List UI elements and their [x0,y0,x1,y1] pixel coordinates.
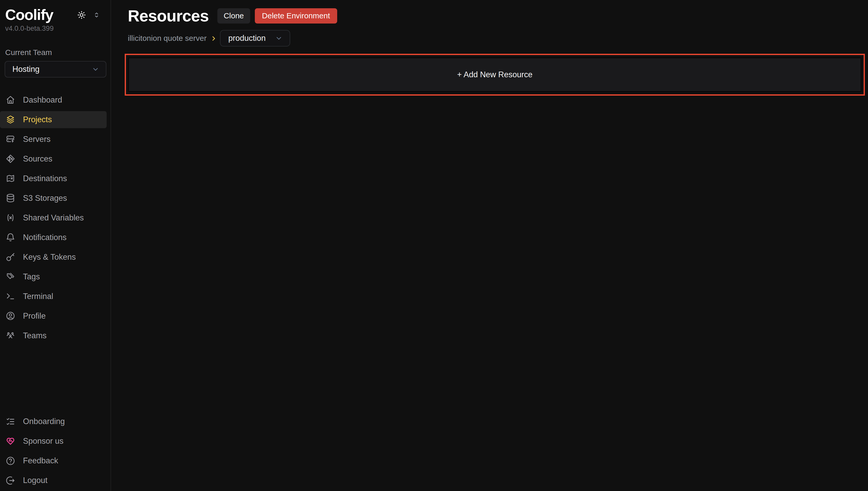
sidebar-item-label: Sources [23,154,53,164]
logo-row: Coolify [0,0,111,24]
highlight-outline: + Add New Resource [125,54,865,96]
terminal-icon [6,291,15,301]
sidebar-item-shared-variables[interactable]: Shared Variables [0,209,106,226]
sidebar-item-dashboard[interactable]: Dashboard [0,91,106,109]
sidebar-item-label: Onboarding [23,417,65,426]
sidebar-item-label: Destinations [23,174,67,183]
key-icon [6,252,15,262]
sidebar-item-label: Terminal [23,292,53,301]
breadcrumb-project-link[interactable]: illicitonion quote server [128,34,207,42]
tags-icon [6,272,15,282]
layers-icon [6,115,15,124]
map-icon [6,174,15,183]
sidebar-item-s3-storages[interactable]: S3 Storages [0,190,106,207]
sidebar-item-keys-tokens[interactable]: Keys & Tokens [0,249,106,266]
sidebar-item-label: Servers [23,135,51,144]
database-icon [6,193,15,203]
sidebar-item-teams[interactable]: Teams [0,327,106,344]
sidebar-item-sponsor-us[interactable]: Sponsor us [0,433,106,450]
git-icon [6,154,15,164]
sidebar-menu: DashboardProjectsServersSourcesDestinati… [0,91,111,344]
sidebar-footer-menu: OnboardingSponsor usFeedbackLogout [0,413,111,489]
bell-icon [6,233,15,242]
sidebar: Coolify v4.0.0-beta.399 Current Team Hos… [0,0,111,491]
team-select-value: Hosting [12,65,39,74]
page-header: Resources Clone Delete Environment [128,7,865,24]
sidebar-item-label: Shared Variables [23,213,84,223]
sidebar-item-profile[interactable]: Profile [0,308,106,324]
environment-select-value: production [228,34,266,43]
sidebar-item-label: Dashboard [23,95,62,105]
home-icon [6,95,15,105]
sidebar-item-label: Projects [23,115,52,124]
theme-sun-icon[interactable] [77,10,86,20]
sidebar-item-label: Tags [23,272,40,282]
sidebar-item-destinations[interactable]: Destinations [0,170,106,187]
sidebar-item-label: Teams [23,331,46,340]
add-new-resource-button[interactable]: + Add New Resource [128,58,861,92]
sidebar-item-onboarding[interactable]: Onboarding [0,413,106,430]
app-logo: Coolify [5,6,53,24]
main-content: Resources Clone Delete Environment illic… [111,0,868,491]
logo-actions [77,10,100,20]
sidebar-item-logout[interactable]: Logout [0,472,106,489]
app-version: v4.0.0-beta.399 [5,25,111,33]
current-team-label: Current Team [5,48,111,57]
sidebar-item-notifications[interactable]: Notifications [0,229,106,246]
users-icon [6,331,15,340]
user-circle-icon [6,311,15,321]
sidebar-item-label: Logout [23,476,48,485]
sidebar-item-label: Notifications [23,233,67,242]
chevron-down-icon [275,34,283,42]
theme-selector-icon[interactable] [93,11,100,19]
logout-icon [6,476,15,485]
environment-select[interactable]: production [220,30,290,47]
heart-hands-icon [6,436,15,446]
variable-icon [6,213,15,223]
sidebar-item-label: Profile [23,311,46,321]
sidebar-item-label: Feedback [23,456,58,465]
sidebar-item-projects[interactable]: Projects [0,111,106,128]
sidebar-item-label: Sponsor us [23,436,63,446]
sidebar-item-label: Keys & Tokens [23,253,75,262]
delete-environment-button[interactable]: Delete Environment [255,8,337,24]
sidebar-item-tags[interactable]: Tags [0,268,106,285]
breadcrumb: illicitonion quote server production [128,30,865,47]
help-circle-icon [6,456,15,466]
page-title: Resources [128,7,209,24]
server-icon [6,134,15,144]
sidebar-item-feedback[interactable]: Feedback [0,452,106,469]
sidebar-item-terminal[interactable]: Terminal [0,288,106,305]
clone-button[interactable]: Clone [217,8,250,24]
checklist-icon [6,417,15,426]
sidebar-item-label: S3 Storages [23,194,67,203]
chevron-down-icon [91,65,100,74]
sidebar-item-sources[interactable]: Sources [0,150,106,168]
chevron-right-icon [210,35,217,42]
team-select[interactable]: Hosting [5,61,106,78]
sidebar-item-servers[interactable]: Servers [0,131,106,148]
